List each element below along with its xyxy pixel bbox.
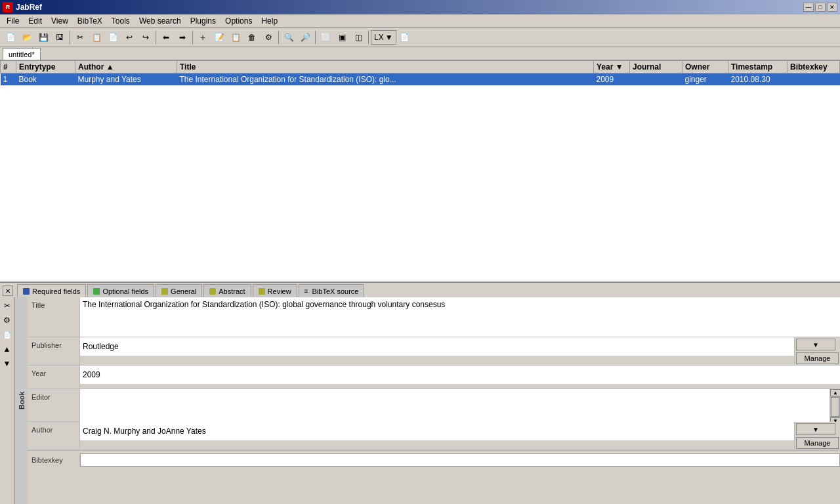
toolbar-half[interactable]: ◫ [350, 30, 366, 45]
toolbar-sep-2 [156, 31, 156, 44]
toolbar-open[interactable]: 📂 [19, 30, 35, 45]
scroll-thumb[interactable] [831, 397, 839, 417]
author-input[interactable] [80, 422, 794, 440]
toolbar-copy[interactable]: 📋 [89, 30, 104, 45]
toolbar-lx[interactable]: LX ▼ [371, 30, 396, 45]
cell-year: 2009 [594, 74, 630, 86]
menu-websearch[interactable]: Web search [135, 15, 185, 27]
lx-label: LX [374, 33, 384, 42]
bibtexkey-input[interactable] [80, 453, 840, 467]
col-owner[interactable]: Owner [682, 61, 728, 74]
tab-untitled[interactable]: untitled* [3, 48, 41, 60]
menu-help[interactable]: Help [257, 15, 282, 27]
col-author[interactable]: Author ▲ [75, 61, 177, 74]
col-title[interactable]: Title [177, 61, 594, 74]
tab-review[interactable]: Review [253, 284, 297, 297]
panel-tabs-row: ✕ Required fields Optional fields Genera… [0, 283, 840, 297]
bibtex-source-icon: ≡ [304, 287, 308, 295]
toolbar-zoom[interactable]: 🔎 [297, 30, 313, 45]
menu-tools[interactable]: Tools [108, 15, 134, 27]
toolbar-undo[interactable]: ↩ [121, 30, 137, 45]
menu-edit[interactable]: Edit [24, 15, 46, 27]
toolbar-redo[interactable]: ↪ [138, 30, 154, 45]
author-manage-button[interactable]: Manage [796, 437, 839, 449]
table-row[interactable]: 1 Book Murphy and Yates The Internationa… [1, 74, 840, 86]
left-icons: ✂ ⚙ 📄 ▲ ▼ [0, 297, 14, 504]
menu-options[interactable]: Options [221, 15, 256, 27]
publisher-input[interactable] [80, 337, 794, 356]
left-icon-doc[interactable]: 📄 [1, 329, 13, 341]
toolbar-sep-5 [315, 31, 316, 44]
entry-table-area: # Entrytype Author ▲ Title Year ▼ Journa… [0, 60, 840, 283]
col-timestamp[interactable]: Timestamp [728, 61, 788, 74]
toolbar-extra[interactable]: 📄 [397, 30, 413, 45]
toolbar-cut[interactable]: ✂ [72, 30, 88, 45]
toolbar-split[interactable]: ▣ [334, 30, 350, 45]
toolbar-sep-1 [70, 31, 70, 44]
col-bibtexkey[interactable]: Bibtexkey [788, 61, 840, 74]
author-dropdown[interactable]: ▼ [796, 423, 835, 435]
minimize-button[interactable]: — [803, 3, 814, 12]
toolbar-sep-6 [368, 31, 369, 44]
toolbar-add[interactable]: + [195, 30, 211, 45]
toolbar: 📄 📂 💾 🖫 ✂ 📋 📄 ↩ ↪ ⬅ ➡ + 📝 📋 🗑 ⚙ 🔍 🔎 ⬜ ▣ … [0, 28, 840, 47]
toolbar-new[interactable]: 📄 [3, 30, 18, 45]
tab-bibtex-source[interactable]: ≡ BibTeX source [299, 284, 365, 297]
toolbar-saveas[interactable]: 🖫 [52, 30, 68, 45]
author-label: Author [28, 422, 80, 450]
tab-required-fields[interactable]: Required fields [17, 284, 86, 297]
toolbar-next[interactable]: ➡ [175, 30, 190, 45]
panel-close-button[interactable]: ✕ [3, 285, 13, 296]
form-fields: Title Publisher ▼ Manage Year [28, 297, 840, 504]
year-input[interactable] [80, 366, 840, 384]
toolbar-prev[interactable]: ⬅ [158, 30, 174, 45]
left-icon-gear[interactable]: ⚙ [1, 314, 13, 326]
col-num[interactable]: # [1, 61, 16, 74]
toolbar-full[interactable]: ⬜ [318, 30, 333, 45]
publisher-manage-button[interactable]: Manage [796, 352, 839, 364]
scroll-track [830, 396, 840, 417]
left-icon-down[interactable]: ▼ [1, 358, 13, 369]
toolbar-edit[interactable]: 📝 [211, 30, 227, 45]
toolbar-sep-4 [278, 31, 279, 44]
toolbar-paste[interactable]: 📄 [105, 30, 121, 45]
toolbar-save[interactable]: 💾 [35, 30, 51, 45]
tab-abstract-label: Abstract [219, 287, 245, 295]
left-icon-scissors[interactable]: ✂ [1, 300, 13, 312]
window-controls: — □ ✕ [803, 3, 837, 12]
toolbar-copy2[interactable]: 📋 [228, 30, 243, 45]
editor-scrollbar: ▲ ▼ [830, 389, 840, 421]
menu-plugins[interactable]: Plugins [186, 15, 220, 27]
tab-abstract[interactable]: Abstract [203, 284, 251, 297]
tab-optional-fields[interactable]: Optional fields [87, 284, 154, 297]
menu-bibtex[interactable]: BibTeX [74, 15, 106, 27]
entry-table: # Entrytype Author ▲ Title Year ▼ Journa… [0, 60, 840, 86]
menu-view[interactable]: View [47, 15, 72, 27]
menu-bar: File Edit View BibTeX Tools Web search P… [0, 14, 840, 28]
bibtexkey-label: Bibtexkey [28, 453, 80, 467]
left-icon-up[interactable]: ▲ [1, 343, 13, 355]
scroll-up-arrow[interactable]: ▲ [830, 389, 840, 396]
publisher-dropdown[interactable]: ▼ [796, 339, 835, 350]
maximize-button[interactable]: □ [815, 3, 826, 12]
toolbar-delete[interactable]: 🗑 [244, 30, 260, 45]
col-journal[interactable]: Journal [630, 61, 682, 74]
close-button[interactable]: ✕ [827, 3, 837, 12]
bibtexkey-row: Bibtexkey [28, 450, 840, 469]
editor-input[interactable] [80, 389, 830, 422]
tab-optional-label: Optional fields [102, 287, 148, 295]
title-input[interactable] [80, 297, 840, 337]
entry-form: ✂ ⚙ 📄 ▲ ▼ Book Title Publisher [0, 297, 840, 504]
toolbar-search[interactable]: 🔍 [281, 30, 297, 45]
publisher-field-row: Publisher ▼ Manage [28, 337, 840, 366]
optional-fields-dot [93, 288, 100, 295]
menu-file[interactable]: File [3, 15, 23, 27]
tab-general[interactable]: General [156, 284, 202, 297]
review-dot [259, 288, 265, 295]
col-entrytype[interactable]: Entrytype [16, 61, 75, 74]
col-year[interactable]: Year ▼ [594, 61, 630, 74]
toolbar-settings[interactable]: ⚙ [261, 30, 276, 45]
cell-author: Murphy and Yates [75, 74, 177, 86]
title-field-row: Title [28, 297, 840, 337]
lx-dropdown-arrow: ▼ [385, 33, 393, 42]
